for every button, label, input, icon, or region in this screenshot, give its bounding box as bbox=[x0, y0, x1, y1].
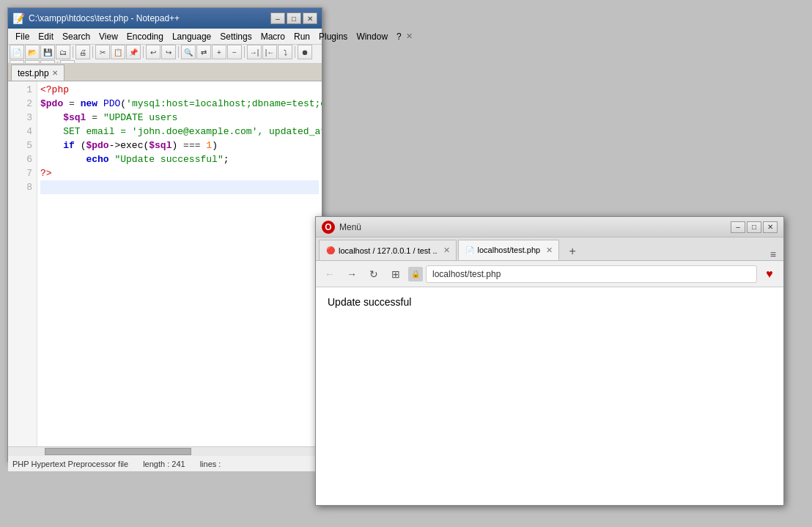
npp-restore-button[interactable]: □ bbox=[287, 12, 301, 24]
line-num-1: 1 bbox=[8, 83, 37, 97]
npp-close-button[interactable]: ✕ bbox=[303, 12, 317, 24]
toolbar-zoomin[interactable]: + bbox=[212, 45, 226, 59]
toolbar-save[interactable]: 💾 bbox=[40, 45, 55, 59]
npp-scrollbar[interactable] bbox=[8, 446, 322, 455]
opera-extensions-icon[interactable]: ≡ bbox=[770, 248, 776, 260]
npp-statusbar: PHP Hypertext Preprocessor file length :… bbox=[8, 455, 322, 471]
menu-file[interactable]: File bbox=[11, 30, 34, 43]
opera-tab1-label: localhost / 127.0.0.1 / test .. bbox=[339, 246, 438, 255]
opera-bookmark-button[interactable]: ♥ bbox=[760, 265, 779, 284]
menu-encoding[interactable]: Encoding bbox=[122, 30, 168, 43]
menu-edit[interactable]: Edit bbox=[34, 30, 58, 43]
npp-length: length : 241 bbox=[143, 460, 185, 468]
opera-restore-button[interactable]: □ bbox=[747, 221, 761, 233]
npp-title: C:\xampp\htdocs\test.php - Notepad++ bbox=[29, 13, 270, 23]
opera-close-button[interactable]: ✕ bbox=[763, 221, 778, 233]
npp-scrolltrack[interactable] bbox=[8, 447, 322, 456]
code-line-8 bbox=[40, 180, 319, 194]
toolbar-sep4 bbox=[178, 46, 179, 58]
opera-tabbar: 🔴 localhost / 127.0.0.1 / test .. ✕ 📄 lo… bbox=[316, 237, 783, 261]
line-num-8: 8 bbox=[8, 180, 37, 194]
opera-tab2-close[interactable]: ✕ bbox=[546, 246, 553, 255]
menu-settings[interactable]: Settings bbox=[215, 30, 256, 43]
npp-tab-close[interactable]: ✕ bbox=[52, 69, 58, 77]
opera-update-message: Update successful bbox=[328, 296, 772, 308]
code-line-6: echo "Update successful"; bbox=[40, 152, 319, 166]
menu-window[interactable]: Window bbox=[352, 30, 392, 43]
menu-macro[interactable]: Macro bbox=[256, 30, 289, 43]
toolbar-indent[interactable]: →| bbox=[247, 45, 262, 59]
opera-back-button[interactable]: ← bbox=[320, 265, 339, 284]
toolbar-undo[interactable]: ↩ bbox=[146, 45, 160, 59]
toolbar-redo[interactable]: ↪ bbox=[161, 45, 176, 59]
toolbar-find[interactable]: 🔍 bbox=[181, 45, 196, 59]
opera-minimize-button[interactable]: – bbox=[731, 221, 745, 233]
npp-filetype: PHP Hypertext Preprocessor file bbox=[12, 460, 128, 468]
menu-search[interactable]: Search bbox=[58, 30, 95, 43]
npp-editor[interactable]: 1 2 3 4 5 6 7 8 <?php $pdo = new PDO('my… bbox=[8, 81, 322, 446]
npp-scrollthumb[interactable] bbox=[45, 448, 191, 455]
npp-titlebar: 📝 C:\xampp\htdocs\test.php - Notepad++ –… bbox=[8, 8, 322, 29]
opera-tab-1[interactable]: 🔴 localhost / 127.0.0.1 / test .. ✕ bbox=[319, 240, 457, 260]
npp-tab-testphp[interactable]: test.php ✕ bbox=[11, 65, 64, 81]
line-num-3: 3 bbox=[8, 111, 37, 125]
toolbar-copy[interactable]: 📋 bbox=[111, 45, 125, 59]
menu-close-btn[interactable]: ✕ bbox=[406, 32, 413, 41]
toolbar-saveall[interactable]: 🗂 bbox=[56, 45, 70, 59]
npp-tab-label: test.php bbox=[18, 68, 49, 78]
line-num-4: 4 bbox=[8, 125, 37, 139]
opera-tab-2[interactable]: 📄 localhost/test.php ✕ bbox=[458, 240, 560, 260]
opera-security-icon[interactable]: 🔒 bbox=[408, 267, 423, 281]
menu-plugins[interactable]: Plugins bbox=[314, 30, 352, 43]
code-line-4: SET email = 'john.doe@example.com', upda… bbox=[40, 125, 319, 139]
toolbar-outdent[interactable]: |← bbox=[262, 45, 277, 59]
menu-help[interactable]: ? bbox=[392, 30, 406, 43]
opera-menu-label[interactable]: Menü bbox=[339, 222, 361, 232]
toolbar-sep5 bbox=[244, 46, 245, 58]
toolbar-zoomout[interactable]: − bbox=[227, 45, 242, 59]
toolbar-sep2 bbox=[92, 46, 93, 58]
npp-toolbar: 📄 📂 💾 🗂 🖨 ✂ 📋 📌 ↩ ↪ 🔍 ⇄ + − →| |← ⤵ ⏺ ⏹ … bbox=[8, 45, 322, 64]
opera-refresh-button[interactable]: ↻ bbox=[364, 265, 383, 284]
opera-new-tab-button[interactable]: + bbox=[564, 243, 581, 260]
opera-body: Update successful bbox=[316, 287, 783, 505]
opera-tab2-label: localhost/test.php bbox=[478, 246, 541, 254]
code-line-1: <?php bbox=[40, 83, 319, 97]
opera-tab1-favicon: 🔴 bbox=[325, 246, 336, 256]
toolbar-macro-rec[interactable]: ⏺ bbox=[298, 45, 312, 59]
npp-minimize-button[interactable]: – bbox=[270, 12, 285, 24]
npp-menubar: File Edit Search View Encoding Language … bbox=[8, 29, 322, 45]
toolbar-sep6 bbox=[295, 46, 295, 58]
toolbar-wrap[interactable]: ⤵ bbox=[278, 45, 292, 59]
toolbar-cut[interactable]: ✂ bbox=[95, 45, 110, 59]
line-num-6: 6 bbox=[8, 152, 37, 166]
opera-address-input[interactable] bbox=[426, 265, 757, 283]
code-line-7: ?> bbox=[40, 166, 319, 180]
opera-tab2-favicon: 📄 bbox=[465, 245, 475, 255]
toolbar-paste[interactable]: 📌 bbox=[126, 45, 141, 59]
toolbar-sep1 bbox=[73, 46, 73, 58]
menu-run[interactable]: Run bbox=[289, 30, 314, 43]
toolbar-print[interactable]: 🖨 bbox=[75, 45, 90, 59]
toolbar-open[interactable]: 📂 bbox=[25, 45, 40, 59]
opera-addressbar: ← → ↻ ⊞ 🔒 ♥ bbox=[316, 261, 783, 287]
npp-icon: 📝 bbox=[12, 12, 24, 24]
npp-code-area[interactable]: <?php $pdo = new PDO('mysql:host=localho… bbox=[37, 81, 322, 446]
opera-tab-extras: ≡ bbox=[770, 248, 780, 260]
toolbar-sep3 bbox=[143, 46, 144, 58]
npp-lines: lines : bbox=[200, 460, 221, 468]
opera-tab1-close[interactable]: ✕ bbox=[443, 246, 450, 255]
notepad-window: 📝 C:\xampp\htdocs\test.php - Notepad++ –… bbox=[7, 7, 322, 462]
opera-window-controls: – □ ✕ bbox=[731, 221, 778, 233]
opera-grid-button[interactable]: ⊞ bbox=[386, 265, 405, 284]
menu-view[interactable]: View bbox=[95, 30, 122, 43]
toolbar-new[interactable]: 📄 bbox=[10, 45, 24, 59]
toolbar-replace[interactable]: ⇄ bbox=[196, 45, 211, 59]
opera-forward-button[interactable]: → bbox=[342, 265, 361, 284]
code-line-3: $sql = "UPDATE users bbox=[40, 111, 319, 125]
menu-language[interactable]: Language bbox=[168, 30, 215, 43]
code-line-2: $pdo = new PDO('mysql:host=localhost;dbn… bbox=[40, 97, 319, 111]
line-num-5: 5 bbox=[8, 139, 37, 152]
opera-window: O Menü – □ ✕ 🔴 localhost / 127.0.0.1 / t… bbox=[315, 216, 784, 506]
npp-window-controls: – □ ✕ bbox=[270, 12, 317, 24]
